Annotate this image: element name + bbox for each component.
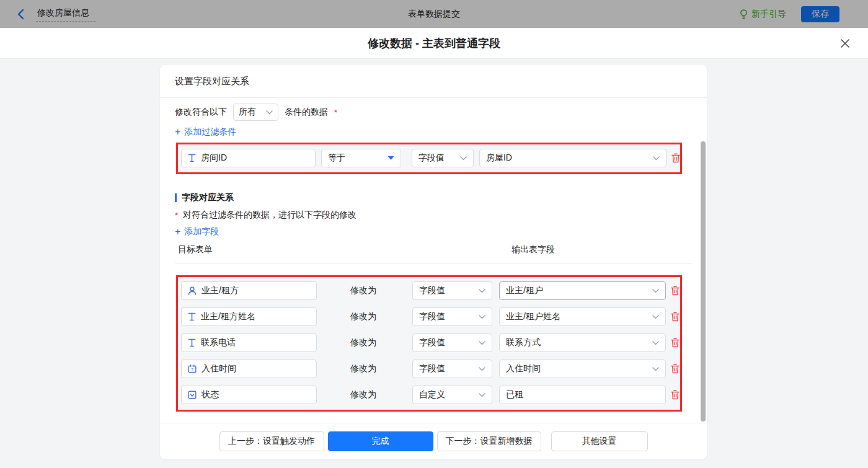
scrollbar-thumb[interactable] <box>701 141 706 422</box>
add-field-label: 添加字段 <box>184 226 219 237</box>
next-step-button[interactable]: 下一步：设置新增数据 <box>437 431 541 451</box>
divider <box>160 423 707 423</box>
target-field-input[interactable]: 状态 <box>181 386 317 404</box>
filter-value-select[interactable]: 房屋ID <box>479 149 666 167</box>
chevron-down-icon <box>652 341 659 345</box>
mapping-section-label: 字段对应关系 <box>182 192 234 203</box>
target-field-value: 联系电话 <box>201 337 236 348</box>
required-asterisk: * <box>175 211 178 220</box>
add-field-link[interactable]: + 添加字段 <box>175 226 219 237</box>
filter-field-input[interactable]: 房间ID <box>181 149 316 167</box>
target-field-input[interactable]: 7 入住时间 <box>181 360 317 378</box>
column-output-field: 输出表字段 <box>512 244 555 255</box>
chevron-down-icon <box>652 367 659 371</box>
modal-title: 修改数据 - 主表到普通字段 <box>368 36 500 51</box>
add-filter-label: 添加过滤条件 <box>184 126 236 138</box>
delete-filter-button[interactable] <box>671 153 680 163</box>
mapping-row: 联系电话 修改为 字段值 联系方式 <box>181 333 680 352</box>
condition-suffix: 条件的数据 <box>285 107 328 118</box>
chevron-down-icon <box>479 393 485 397</box>
value-mode: 自定义 <box>419 389 445 400</box>
modify-label: 修改为 <box>350 311 412 322</box>
trash-icon <box>671 390 680 400</box>
target-field-value: 状态 <box>202 389 219 400</box>
beginner-guide-label: 新手引导 <box>751 9 786 20</box>
divider <box>175 263 692 264</box>
required-asterisk: * <box>334 108 337 117</box>
plus-icon: + <box>175 127 180 137</box>
modal-header: 修改数据 - 主表到普通字段 <box>0 28 868 59</box>
column-headers: 目标表单 输出表字段 <box>160 244 707 258</box>
filter-row: 房间ID 等于 字段值 房屋ID <box>178 144 680 167</box>
modify-label: 修改为 <box>350 389 412 400</box>
topbar: 修改房屋信息 表单数据提交 新手引导 保存 <box>0 0 868 28</box>
output-field-value: 联系方式 <box>506 337 541 348</box>
value-mode: 字段值 <box>419 285 445 296</box>
value-mode: 字段值 <box>419 337 445 348</box>
output-field-select[interactable]: 联系方式 <box>499 333 666 352</box>
trash-icon <box>671 153 680 163</box>
value-mode-select[interactable]: 字段值 <box>412 307 492 326</box>
value-mode: 字段值 <box>419 363 445 374</box>
output-field-select[interactable]: 业主/租户姓名 <box>499 307 666 326</box>
value-mode-select[interactable]: 自定义 <box>412 386 492 404</box>
condition-prefix: 修改符合以下 <box>175 107 227 118</box>
target-field-input[interactable]: 业主/租方 <box>181 281 317 300</box>
target-field-value: 业主/租方姓名 <box>201 311 255 322</box>
value-mode-select[interactable]: 字段值 <box>412 281 492 300</box>
filter-operator-select[interactable]: 等于 <box>321 149 401 167</box>
settings-card: 设置字段对应关系 修改符合以下 所有 条件的数据 * + 添加过滤条件 <box>160 65 707 459</box>
chevron-down-icon <box>266 110 273 115</box>
mapping-hint-text: 对符合过滤条件的数据，进行以下字段的修改 <box>183 210 356 221</box>
filter-highlight-box: 房间ID 等于 字段值 房屋ID <box>176 143 682 174</box>
mapping-row: 业主/租方姓名 修改为 字段值 业主/租户姓名 <box>181 307 680 326</box>
section-accent-bar <box>175 193 177 202</box>
condition-match-value: 所有 <box>239 107 256 118</box>
prev-step-button[interactable]: 上一步：设置触发动作 <box>219 431 324 451</box>
filter-value-type-select[interactable]: 字段值 <box>412 149 474 167</box>
mapping-row: 业主/租方 修改为 字段值 业主/租户 <box>181 281 680 300</box>
output-field-value: 入住时间 <box>506 363 541 374</box>
value-mode-select[interactable]: 字段值 <box>412 360 492 378</box>
delete-row-button[interactable] <box>671 390 680 400</box>
chevron-down-icon <box>652 289 659 293</box>
chevron-down-icon <box>479 367 485 371</box>
done-button[interactable]: 完成 <box>328 431 433 451</box>
modify-label: 修改为 <box>350 337 412 348</box>
topbar-center-title: 表单数据提交 <box>0 9 868 20</box>
beginner-guide-link[interactable]: 新手引导 <box>739 9 786 20</box>
close-button[interactable] <box>837 35 853 51</box>
chevron-down-icon <box>653 156 660 161</box>
output-field-select[interactable]: 入住时间 <box>499 360 666 378</box>
add-filter-link[interactable]: + 添加过滤条件 <box>175 126 236 138</box>
caret-down-icon <box>388 156 394 161</box>
output-field-value: 业主/租户姓名 <box>506 311 560 322</box>
delete-row-button[interactable] <box>671 312 680 322</box>
close-icon <box>839 38 851 49</box>
target-field-input[interactable]: 联系电话 <box>181 333 317 352</box>
checkbox-icon <box>188 391 197 399</box>
value-mode-select[interactable]: 字段值 <box>412 333 492 352</box>
text-icon <box>188 154 196 162</box>
custom-value-input[interactable]: 已租 <box>499 386 666 404</box>
column-target-form: 目标表单 <box>178 244 213 255</box>
output-field-select[interactable]: 业主/租户 <box>499 281 666 300</box>
delete-row-button[interactable] <box>671 364 680 374</box>
save-button[interactable]: 保存 <box>801 6 839 22</box>
target-field-input[interactable]: 业主/租方姓名 <box>181 307 317 326</box>
user-icon <box>188 286 197 295</box>
target-field-value: 业主/租方 <box>202 285 239 296</box>
text-icon <box>188 338 196 347</box>
output-field-value: 业主/租户 <box>506 285 543 296</box>
mapping-row: 7 入住时间 修改为 字段值 入住时间 <box>181 360 680 378</box>
other-settings-button[interactable]: 其他设置 <box>551 431 648 451</box>
filter-value: 房屋ID <box>486 152 512 164</box>
mapping-highlight-box: 业主/租方 修改为 字段值 业主/租户 <box>176 275 682 412</box>
delete-row-button[interactable] <box>671 286 680 296</box>
footer-buttons: 上一步：设置触发动作 完成 下一步：设置新增数据 其他设置 <box>160 431 707 451</box>
chevron-down-icon <box>460 156 467 161</box>
condition-match-select[interactable]: 所有 <box>233 104 278 121</box>
delete-row-button[interactable] <box>671 338 680 348</box>
chevron-down-icon <box>652 315 659 319</box>
mapping-row: 状态 修改为 自定义 已租 <box>181 386 680 404</box>
